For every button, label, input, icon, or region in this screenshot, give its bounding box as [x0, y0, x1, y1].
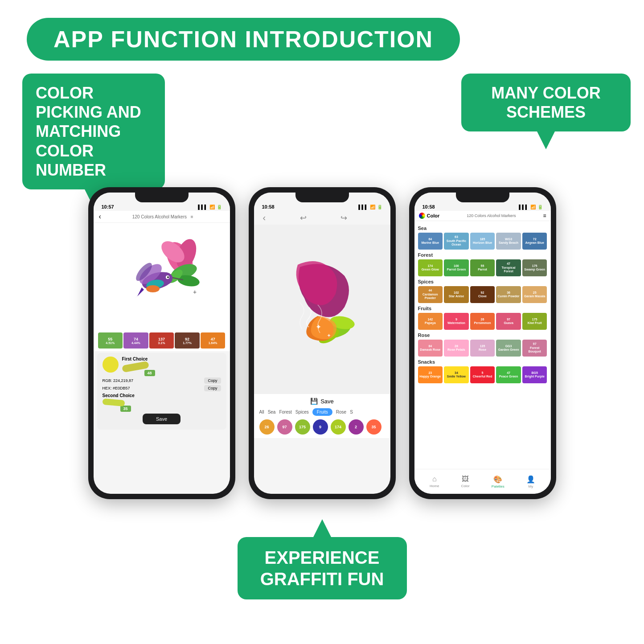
nav-palettes[interactable]: 🎨 Palettes — [492, 475, 505, 488]
copy-hex-button[interactable]: Copy — [204, 385, 221, 391]
swatch-snacks-47[interactable]: 47Peace Green — [496, 366, 521, 383]
nav-palettes-label: Palettes — [492, 484, 505, 488]
swatch-sea-64[interactable]: 64Marine Blue — [418, 233, 443, 250]
nav-home-label: Home — [430, 484, 439, 488]
circle-174[interactable]: 174 — [331, 419, 346, 435]
phone-2-nav: ‹ ↩ ↪ — [254, 211, 390, 225]
swatch-sea-wg3[interactable]: WG3Sandy Beach — [496, 233, 521, 250]
copy-rgb-button[interactable]: Copy — [204, 377, 221, 384]
swatch-spices-102[interactable]: 102Star Anise — [444, 286, 469, 303]
swatch-snacks-34[interactable]: 34Smile Yellow — [444, 366, 469, 383]
tab-rose[interactable]: Rose — [336, 410, 346, 414]
nav-color[interactable]: 🖼 Color — [461, 475, 470, 488]
tab-sea[interactable]: Sea — [268, 410, 276, 414]
rose-swatches: 84Damask Rose 28Rose Petals 135Rose GG3G… — [418, 340, 547, 357]
circle-175[interactable]: 175 — [295, 419, 310, 435]
phone-2-bottom: 💾 Save All Sea Forest Spices Fruits Rose… — [254, 394, 390, 438]
swatch-fruits-142[interactable]: 142Papaya — [418, 313, 443, 330]
svg-point-13 — [167, 276, 169, 278]
swatch-fruits-97[interactable]: 97Guava — [496, 313, 521, 330]
battery-icon: 🔋 — [217, 205, 222, 209]
phone-3-bottom-nav: ⌂ Home 🖼 Color 🎨 Palettes 👤 My — [414, 469, 551, 494]
nav-color-label: Color — [461, 484, 470, 488]
phone-3-time: 10:58 — [422, 204, 435, 209]
color-wheel-icon — [419, 213, 425, 219]
swatch-forest-47[interactable]: 47Toropical Forest — [496, 259, 521, 276]
phone-2-drawing-area[interactable]: ✦ ✦ — [254, 225, 390, 394]
swatch-snacks-5[interactable]: 5Cheerful Red — [470, 366, 495, 383]
bubble-left: COLOR PICKING AND MATCHING COLOR NUMBER — [22, 74, 165, 189]
wifi-icon-2: 📶 — [370, 205, 375, 209]
color-icon: 🖼 — [462, 475, 469, 483]
swatch-spices-44[interactable]: 44Cardamon Powder — [418, 286, 443, 303]
swatch-74[interactable]: 744.44% — [123, 332, 148, 349]
svg-text:+: + — [193, 288, 197, 295]
swatch-spices-92[interactable]: 92Clove — [470, 286, 495, 303]
back-nav-icon[interactable]: ‹ — [263, 213, 266, 223]
tab-spices[interactable]: Spices — [295, 410, 309, 414]
phone-1-status-icons: ▌▌▌ 📶 🔋 — [198, 205, 222, 209]
wifi-icon-3: 📶 — [530, 205, 536, 209]
phone-3-header: Color 120 Colors Alcohol Markers ≡ — [414, 211, 551, 221]
menu-icon[interactable]: ≡ — [191, 214, 193, 219]
fruits-swatches: 142Papaya 9Watermelon 26Persimmon 97Guav… — [418, 313, 547, 330]
color-tabs: All Sea Forest Spices Fruits Rose S — [258, 408, 387, 416]
phone-1-notch — [135, 193, 189, 202]
save-button-phone1[interactable]: Save — [143, 414, 180, 424]
swatch-rose-gg3[interactable]: GG3Garden Green — [496, 340, 521, 357]
phone-2-screen: 10:58 ▌▌▌ 📶 🔋 ‹ ↩ ↪ — [254, 193, 390, 494]
swatch-sea-185[interactable]: 185Horizon Blue — [470, 233, 495, 250]
swatch-92[interactable]: 921.77% — [175, 332, 200, 349]
swatch-rose-135[interactable]: 135Rose — [470, 340, 495, 357]
phone-1: 10:57 ▌▌▌ 📶 🔋 ‹ 120 Colors Alcohol Marke… — [88, 187, 235, 499]
swatch-rose-28[interactable]: 28Rose Petals — [444, 340, 469, 357]
circle-2[interactable]: 2 — [349, 419, 364, 435]
swatch-forest-55[interactable]: 55Parrot — [470, 259, 495, 276]
swatch-fruits-175[interactable]: 175Kiwi Fruit — [522, 313, 547, 330]
swatch-forest-100[interactable]: 100Parrot Green — [444, 259, 469, 276]
swatch-47[interactable]: 471.64% — [201, 332, 226, 349]
rgb-row: RGB: 224,219,87 Copy — [103, 377, 221, 384]
circle-35[interactable]: 35 — [366, 419, 381, 435]
swatch-snacks-bg5[interactable]: BG5Bright Purple — [522, 366, 547, 383]
tab-fruits-active[interactable]: Fruits — [312, 408, 332, 416]
section-rose: Rose — [418, 332, 547, 338]
swatch-rose-97[interactable]: 97Forest Bouquet — [522, 340, 547, 357]
swatch-sea-63[interactable]: 63South Pacific Ocean — [444, 233, 469, 250]
battery-icon-3: 🔋 — [537, 205, 543, 209]
spices-swatches: 44Cardamon Powder 102Star Anise 92Clove … — [418, 286, 547, 303]
swatch-55[interactable]: 554.51% — [98, 332, 123, 349]
circle-26[interactable]: 26 — [259, 419, 275, 435]
menu-icon-3[interactable]: ≡ — [543, 213, 546, 219]
palettes-icon: 🎨 — [493, 475, 502, 484]
phones-row: 10:57 ▌▌▌ 📶 🔋 ‹ 120 Colors Alcohol Marke… — [0, 187, 644, 564]
tab-more[interactable]: S — [350, 410, 353, 414]
nav-home[interactable]: ⌂ Home — [430, 475, 439, 488]
redo-icon[interactable]: ↪ — [340, 213, 347, 223]
swatch-fruits-9[interactable]: 9Watermelon — [444, 313, 469, 330]
nav-my[interactable]: 👤 My — [526, 475, 535, 488]
first-choice-label: First Choice — [122, 357, 221, 361]
header-banner: APP FUNCTION INTRODUCTION — [27, 18, 460, 61]
swatch-forest-174[interactable]: 174Green Glow — [418, 259, 443, 276]
tab-forest[interactable]: Forest — [279, 410, 291, 414]
undo-icon[interactable]: ↩ — [300, 213, 307, 223]
sea-swatches: 64Marine Blue 63South Pacific Ocean 185H… — [418, 233, 547, 250]
circle-97[interactable]: 97 — [277, 419, 292, 435]
swatch-sea-72[interactable]: 72Aegean Blue — [522, 233, 547, 250]
swatch-rose-84[interactable]: 84Damask Rose — [418, 340, 443, 357]
swatch-snacks-23[interactable]: 23Happy Orange — [418, 366, 443, 383]
svg-text:✦: ✦ — [327, 332, 331, 339]
swatch-fruits-26[interactable]: 26Persimmon — [470, 313, 495, 330]
tab-all[interactable]: All — [259, 410, 264, 414]
back-icon[interactable]: ‹ — [99, 213, 101, 221]
swatch-137[interactable]: 1373.1% — [149, 332, 174, 349]
circle-9[interactable]: 9 — [313, 419, 328, 435]
save-label[interactable]: Save — [320, 398, 334, 405]
phone-2-status-icons: ▌▌▌ 📶 🔋 — [358, 205, 382, 209]
swatch-forest-175[interactable]: 175Swamp Green — [522, 259, 547, 276]
swatch-spices-36[interactable]: 36Cumin Powder — [496, 286, 521, 303]
section-forest: Forest — [418, 252, 547, 258]
forest-swatches: 174Green Glow 100Parrot Green 55Parrot 4… — [418, 259, 547, 276]
swatch-spices-25[interactable]: 25Garam Masala — [522, 286, 547, 303]
